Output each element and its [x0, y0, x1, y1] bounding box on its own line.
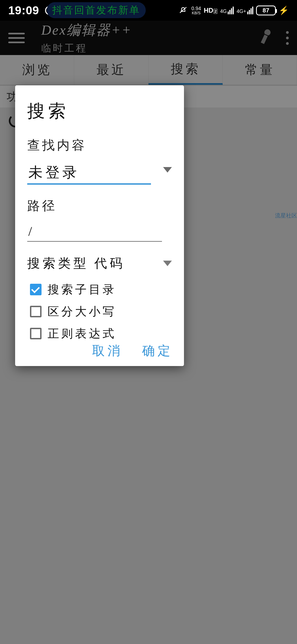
checkbox-unchecked-icon: [30, 306, 42, 317]
status-bar: 19:09 抖音回首发布新单 0.94 KB/S HD2 4G: [0, 0, 297, 21]
check-label: 正则表达式: [48, 326, 116, 341]
notification-banner[interactable]: 抖音回首发布新单: [47, 2, 146, 18]
chevron-down-icon: [163, 261, 172, 266]
signal-2: 4G+: [237, 7, 253, 14]
checkbox-unchecked-icon: [30, 328, 42, 339]
path-label: 路径: [27, 197, 172, 214]
find-history-dropdown[interactable]: [163, 167, 172, 173]
net-speed-unit: KB/S: [191, 11, 201, 15]
check-label: 区分大小写: [48, 304, 116, 319]
svg-line-2: [180, 7, 186, 13]
check-case-sensitive[interactable]: 区分大小写: [30, 304, 172, 319]
signal-1: 4G: [220, 7, 234, 14]
chevron-down-icon: [163, 167, 172, 173]
hd-icon: HD2: [204, 7, 217, 14]
dialog-title: 搜索: [27, 99, 172, 123]
find-field-row: [27, 159, 172, 185]
status-time: 19:09: [8, 4, 39, 17]
check-label: 搜索子目录: [48, 282, 116, 297]
check-regex[interactable]: 正则表达式: [30, 326, 172, 341]
search-type-row[interactable]: 搜索类型 代码: [27, 255, 172, 272]
path-input[interactable]: [27, 220, 162, 242]
search-dialog: 搜索 查找内容 路径 搜索类型 代码 搜索子目录 区分大小写: [15, 85, 184, 366]
find-label: 查找内容: [27, 137, 172, 154]
net-speed-value: 0.94: [191, 6, 201, 11]
dialog-actions: 取消 确定: [92, 342, 173, 359]
search-type-label: 搜索类型: [27, 255, 89, 272]
net-speed: 0.94 KB/S: [191, 6, 201, 15]
search-type-value: 代码: [94, 255, 163, 272]
ok-button[interactable]: 确定: [142, 342, 173, 359]
path-field-row: [27, 220, 172, 242]
check-search-subdirs[interactable]: 搜索子目录: [30, 282, 172, 297]
battery-indicator: 87: [256, 6, 276, 15]
find-input[interactable]: [27, 159, 151, 185]
options-group: 搜索子目录 区分大小写 正则表达式: [27, 282, 172, 341]
checkbox-checked-icon: [30, 284, 42, 295]
mute-icon: [178, 5, 189, 16]
charging-icon: ⚡: [279, 6, 289, 15]
status-right: 0.94 KB/S HD2 4G 4G+ 87 ⚡: [178, 5, 289, 16]
cancel-button[interactable]: 取消: [92, 342, 123, 359]
